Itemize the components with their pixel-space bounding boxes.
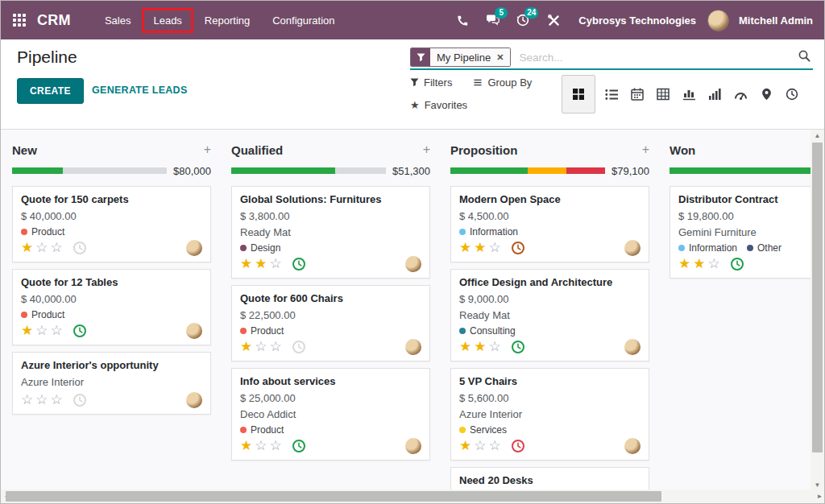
priority-star[interactable]: ☆: [21, 392, 35, 407]
activity-clock-icon[interactable]: [511, 241, 525, 255]
priority-stars[interactable]: ★☆☆: [240, 339, 284, 355]
kanban-card[interactable]: Azure Interior's opportunity Azure Inter…: [12, 352, 211, 415]
kanban-card[interactable]: Office Design and Architecture $ 9,000.0…: [450, 269, 649, 361]
add-record-icon[interactable]: +: [642, 143, 649, 156]
messages-icon[interactable]: 5: [479, 6, 506, 34]
priority-star[interactable]: ☆: [489, 339, 504, 354]
menu-sales[interactable]: Sales: [93, 8, 143, 33]
activity-clock-icon[interactable]: [511, 340, 525, 354]
salesperson-avatar[interactable]: [624, 339, 641, 355]
priority-star[interactable]: ★: [459, 438, 474, 453]
priority-star[interactable]: ★: [678, 256, 693, 271]
stage-name[interactable]: New: [12, 143, 37, 157]
priority-star[interactable]: ★: [240, 339, 255, 354]
kanban-card[interactable]: Distributor Contract $ 19,800.00 Gemini …: [670, 186, 812, 279]
salesperson-avatar[interactable]: [186, 392, 202, 408]
progress-segment-danger[interactable]: [566, 167, 605, 174]
kanban-card[interactable]: Global Solutions: Furnitures $ 3,800.00 …: [231, 186, 430, 279]
priority-star[interactable]: ☆: [489, 438, 504, 453]
priority-stars[interactable]: ★☆☆: [21, 240, 65, 256]
priority-star[interactable]: ☆: [35, 323, 50, 338]
scroll-up-arrow[interactable]: ▲: [810, 130, 824, 142]
activity-clock-icon[interactable]: [292, 340, 306, 354]
salesperson-avatar[interactable]: [405, 256, 421, 272]
generate-leads-button[interactable]: GENERATE LEADS: [92, 85, 188, 96]
priority-star[interactable]: ☆: [255, 438, 269, 453]
facet-remove-icon[interactable]: ✕: [496, 52, 504, 63]
salesperson-avatar[interactable]: [186, 323, 202, 339]
view-calendar-button[interactable]: [624, 81, 650, 108]
apps-grid-icon[interactable]: [13, 14, 26, 27]
priority-star[interactable]: ★: [459, 240, 474, 255]
priority-stars[interactable]: ★★☆: [240, 256, 284, 272]
priority-stars[interactable]: ☆☆☆: [21, 392, 65, 408]
priority-star[interactable]: ★: [255, 256, 269, 271]
view-list-button[interactable]: [599, 81, 624, 108]
salesperson-avatar[interactable]: [186, 240, 202, 256]
view-cohort-button[interactable]: [702, 81, 728, 108]
card-title[interactable]: Office Design and Architecture: [459, 275, 641, 290]
stage-progressbar[interactable]: [670, 167, 812, 174]
priority-star[interactable]: ★: [693, 256, 707, 271]
progress-segment-success[interactable]: [670, 167, 812, 174]
kanban-card[interactable]: Modern Open Space $ 4,500.00 Information…: [450, 186, 649, 262]
priority-stars[interactable]: ★★☆: [459, 240, 504, 256]
progress-segment-success[interactable]: [12, 167, 63, 174]
priority-stars[interactable]: ★★☆: [459, 339, 504, 355]
progress-segment-success[interactable]: [231, 167, 335, 174]
kanban-card[interactable]: Quote for 150 carpets $ 40,000.00 Produc…: [12, 186, 211, 262]
user-name[interactable]: Mitchell Admin: [739, 14, 813, 27]
scroll-right-arrow[interactable]: ►: [814, 490, 825, 503]
priority-star[interactable]: ☆: [51, 392, 65, 407]
filters-menu[interactable]: Filters: [410, 76, 452, 89]
horizontal-scrollbar[interactable]: ◄ ►: [1, 490, 825, 503]
stage-progressbar[interactable]: [231, 167, 386, 174]
card-title[interactable]: Modern Open Space: [459, 192, 641, 207]
menu-leads[interactable]: Leads: [142, 8, 193, 33]
vertical-scrollbar[interactable]: ▲ ▼: [810, 130, 824, 491]
menu-reporting[interactable]: Reporting: [193, 8, 261, 33]
tools-icon[interactable]: [540, 6, 567, 34]
card-title[interactable]: Quote for 150 carpets: [21, 192, 202, 207]
salesperson-avatar[interactable]: [624, 240, 641, 256]
card-title[interactable]: Quote for 600 Chairs: [240, 291, 421, 306]
progress-segment-success[interactable]: [450, 167, 528, 174]
kanban-card[interactable]: Need 20 Desks $ 60,000.00 ☆☆☆: [450, 467, 649, 491]
salesperson-avatar[interactable]: [624, 438, 641, 454]
activity-clock-icon[interactable]: [730, 257, 744, 271]
priority-stars[interactable]: ★☆☆: [240, 438, 284, 454]
priority-star[interactable]: ☆: [270, 438, 284, 453]
view-dashboard-button[interactable]: [728, 81, 753, 108]
favorites-menu[interactable]: ★ Favorites: [410, 99, 467, 111]
priority-star[interactable]: ☆: [708, 256, 723, 271]
view-kanban-button[interactable]: [562, 75, 595, 114]
view-activity-button[interactable]: [779, 81, 805, 108]
horizontal-scroll-thumb[interactable]: [6, 491, 661, 502]
activity-clock-icon[interactable]: [292, 439, 306, 453]
priority-star[interactable]: ☆: [35, 392, 50, 407]
add-record-icon[interactable]: +: [423, 143, 430, 156]
card-title[interactable]: 5 VP Chairs: [459, 374, 641, 389]
company-name[interactable]: Cybrosys Technologies: [578, 14, 696, 27]
priority-star[interactable]: ★: [240, 256, 255, 271]
phone-icon[interactable]: [448, 6, 475, 34]
priority-star[interactable]: ☆: [474, 438, 488, 453]
activity-clock-icon[interactable]: [511, 439, 525, 453]
user-avatar[interactable]: [707, 10, 729, 31]
group-by-menu[interactable]: Group By: [473, 76, 532, 89]
salesperson-avatar[interactable]: [405, 438, 421, 454]
stage-name[interactable]: Qualified: [231, 143, 283, 157]
kanban-card[interactable]: 5 VP Chairs $ 5,600.00 Azure Interior Se…: [450, 368, 649, 461]
vertical-scroll-thumb[interactable]: [812, 143, 823, 452]
add-record-icon[interactable]: +: [204, 143, 211, 156]
card-title[interactable]: Distributor Contract: [678, 192, 812, 207]
priority-star[interactable]: ☆: [35, 240, 50, 255]
card-title[interactable]: Global Solutions: Furnitures: [240, 192, 421, 207]
create-button[interactable]: CREATE: [17, 78, 84, 104]
view-map-button[interactable]: [753, 81, 779, 108]
menu-configuration[interactable]: Configuration: [261, 8, 346, 33]
app-name[interactable]: CRM: [37, 12, 71, 29]
kanban-card[interactable]: Info about services $ 25,000.00 Deco Add…: [231, 368, 430, 461]
search-facet[interactable]: My Pipeline ✕: [410, 48, 511, 67]
view-pivot-button[interactable]: [650, 81, 676, 108]
